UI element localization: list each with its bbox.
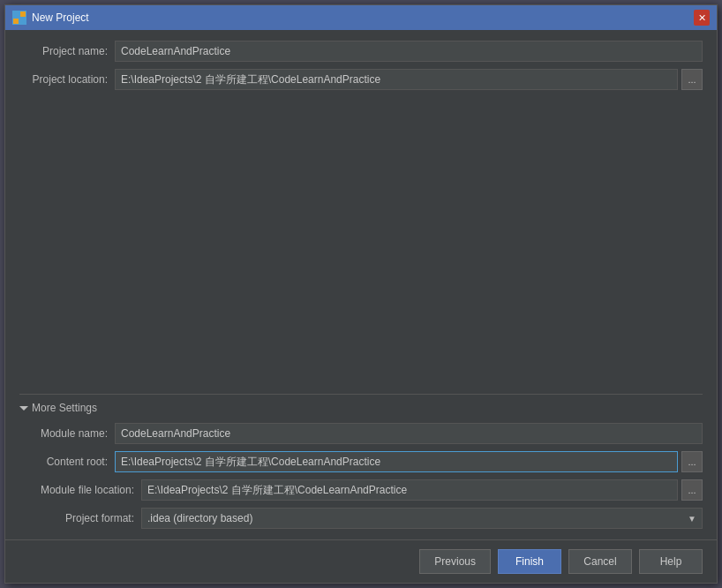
module-name-row: Module name:	[19, 423, 703, 444]
module-file-browse-button[interactable]: ...	[681, 479, 703, 501]
new-project-dialog: New Project ✕ Project name: Project loca…	[4, 4, 718, 584]
content-spacer	[19, 97, 703, 387]
project-location-label: Project location:	[19, 73, 108, 86]
app-icon	[12, 11, 26, 25]
module-name-label: Module name:	[19, 427, 108, 440]
dialog-title: New Project	[32, 11, 89, 24]
more-settings-rows: Module name: Content root: ... Module fi…	[19, 423, 703, 529]
project-location-input[interactable]	[115, 69, 678, 90]
module-file-input[interactable]	[141, 479, 678, 501]
svg-rect-0	[13, 11, 19, 17]
project-name-input[interactable]	[115, 41, 703, 62]
more-settings-section: More Settings Module name: Content root:…	[19, 394, 703, 529]
more-settings-label: More Settings	[32, 402, 97, 414]
svg-rect-1	[20, 11, 26, 17]
title-bar-left: New Project	[12, 11, 89, 25]
help-button[interactable]: Help	[639, 549, 703, 574]
module-name-input-wrap	[115, 423, 703, 444]
project-format-arrow-icon: ▼	[688, 514, 696, 524]
project-location-row: Project location: ...	[19, 69, 703, 90]
project-format-label: Project format:	[19, 512, 134, 524]
svg-rect-2	[13, 19, 19, 24]
module-file-label: Module file location:	[19, 484, 134, 496]
project-format-input-wrap: .idea (directory based) ▼	[141, 508, 703, 529]
close-button[interactable]: ✕	[694, 10, 710, 26]
project-name-row: Project name:	[19, 41, 703, 62]
content-root-label: Content root:	[19, 456, 108, 468]
project-format-row: Project format: .idea (directory based) …	[19, 508, 703, 529]
content-root-input[interactable]	[115, 451, 678, 472]
project-name-input-wrap	[115, 41, 703, 62]
previous-button[interactable]: Previous	[419, 549, 491, 574]
project-format-value: .idea (directory based)	[147, 512, 252, 524]
more-settings-triangle-icon	[19, 406, 28, 411]
dialog-footer: Previous Finish Cancel Help	[5, 539, 717, 583]
project-location-input-wrap: ...	[115, 69, 703, 90]
title-bar: New Project ✕	[5, 5, 717, 30]
project-location-browse-button[interactable]: ...	[681, 69, 703, 90]
content-root-row: Content root: ...	[19, 451, 703, 472]
module-file-row: Module file location: ...	[19, 479, 703, 501]
project-format-dropdown[interactable]: .idea (directory based) ▼	[141, 508, 703, 529]
more-settings-toggle[interactable]: More Settings	[19, 402, 703, 414]
content-root-input-wrap: ...	[115, 451, 703, 472]
dialog-content: Project name: Project location: ... More…	[5, 30, 717, 539]
module-name-input[interactable]	[115, 423, 703, 444]
content-root-browse-button[interactable]: ...	[681, 451, 703, 472]
cancel-button[interactable]: Cancel	[568, 549, 632, 574]
project-name-label: Project name:	[19, 45, 108, 57]
finish-button[interactable]: Finish	[498, 549, 561, 574]
module-file-input-wrap: ...	[141, 479, 703, 501]
svg-rect-3	[20, 19, 26, 24]
